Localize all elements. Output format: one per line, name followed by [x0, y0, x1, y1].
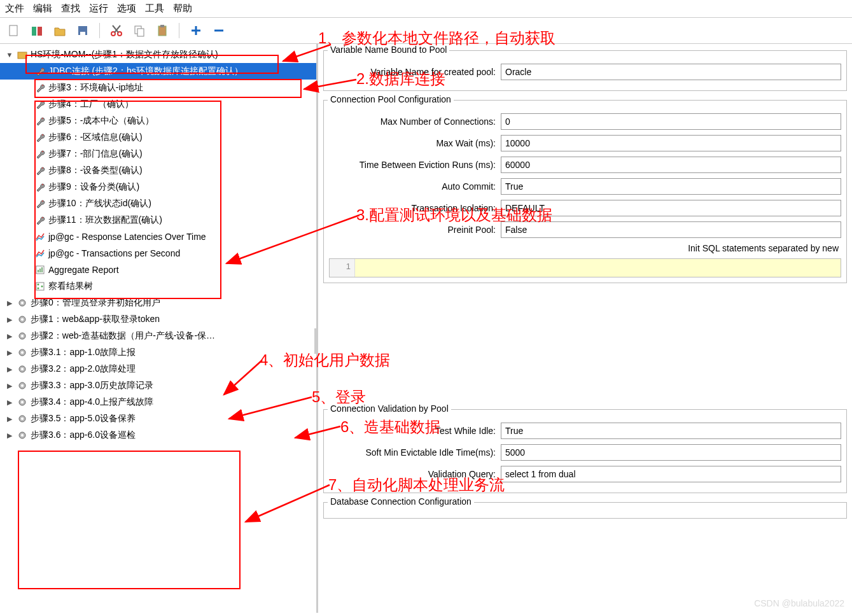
menu-edit[interactable]: 编辑	[33, 3, 52, 15]
plus-icon[interactable]	[187, 22, 205, 39]
tree-item-23[interactable]: ▶步骤3.6：app-6.0设备巡检	[0, 427, 316, 444]
tree-item-5[interactable]: 步骤6：-区域信息(确认)	[0, 129, 316, 146]
tree-icon	[34, 281, 46, 292]
tree-item-20[interactable]: ▶步骤3.3：app-3.0历史故障记录	[0, 377, 316, 394]
save-icon[interactable]	[74, 22, 92, 39]
tree-item-10[interactable]: 步骤11：班次数据配置(确认)	[0, 212, 316, 228]
tree-item-8[interactable]: 步骤9：设备分类(确认)	[0, 179, 316, 195]
tree-item-0[interactable]: ▼HS环境-MOM--(步骤1：数据文件存放路径确认)	[0, 46, 316, 63]
svg-point-37	[21, 351, 24, 354]
tree-item-12[interactable]: jp@gc - Transactions per Second	[0, 245, 316, 262]
tree-item-22[interactable]: ▶步骤3.5：app-5.0设备保养	[0, 410, 316, 427]
tree-item-14[interactable]: 察看结果树	[0, 278, 316, 295]
svg-point-16	[42, 134, 43, 136]
testidle-input[interactable]	[501, 423, 841, 439]
new-icon[interactable]	[5, 22, 23, 39]
expand-arrow-icon[interactable]: ▶	[5, 431, 14, 440]
maxconn-input[interactable]	[501, 113, 841, 130]
tree-item-label: 步骤3.1：app-1.0故障上报	[31, 347, 136, 358]
toolbar	[0, 18, 852, 44]
softmin-input[interactable]	[501, 444, 841, 461]
tree-item-13[interactable]: Aggregate Report	[0, 262, 316, 278]
autocommit-input[interactable]	[501, 178, 841, 195]
tree-item-label: HS环境-MOM--(步骤1：数据文件存放路径确认)	[31, 49, 218, 60]
tree-item-3[interactable]: 步骤4：工厂（确认）	[0, 96, 316, 113]
svg-rect-23	[38, 270, 39, 272]
menu-help[interactable]: 帮助	[173, 3, 192, 15]
tree-item-label: 步骤4：工厂（确认）	[48, 99, 134, 110]
tree-item-7[interactable]: 步骤8：-设备类型(确认)	[0, 162, 316, 179]
gear-icon	[17, 363, 28, 375]
expand-arrow-icon[interactable]: ▶	[5, 415, 14, 423]
tree-item-1[interactable]: JDBC连接 (步骤2：hs环境数据库连接配置确认）	[0, 63, 316, 80]
tree-item-label: 步骤8：-设备类型(确认)	[48, 165, 143, 176]
svg-point-33	[21, 318, 24, 321]
menu-options[interactable]: 选项	[117, 3, 136, 15]
open-icon[interactable]	[51, 22, 69, 39]
initsql-editor[interactable]: 1	[329, 258, 841, 277]
cut-icon[interactable]	[108, 22, 125, 39]
menu-file[interactable]: 文件	[5, 3, 24, 15]
svg-point-17	[42, 151, 43, 152]
gear-icon	[17, 380, 28, 391]
valquery-label: Validation Query:	[329, 469, 501, 479]
maxwait-input[interactable]	[501, 135, 841, 151]
tree-item-label: JDBC连接 (步骤2：hs环境数据库连接配置确认）	[48, 66, 243, 77]
svg-rect-4	[80, 32, 85, 35]
svg-point-20	[42, 200, 43, 202]
tree-item-9[interactable]: 步骤10：产线状态id(确认)	[0, 195, 316, 212]
maxwait-label: Max Wait (ms):	[329, 138, 501, 148]
tree-item-17[interactable]: ▶步骤2：web-造基础数据（用户-产线-设备-保…	[0, 328, 316, 344]
valquery-input[interactable]	[501, 466, 841, 482]
splitter[interactable]	[314, 328, 318, 354]
svg-rect-11	[18, 52, 27, 59]
svg-point-31	[21, 302, 24, 304]
svg-rect-25	[41, 267, 43, 272]
expand-arrow-icon[interactable]: ▶	[5, 299, 14, 307]
tree-item-15[interactable]: ▶步骤0：管理员登录并初始化用户	[0, 295, 316, 311]
tree-item-21[interactable]: ▶步骤3.4：app-4.0上报产线故障	[0, 394, 316, 410]
expand-arrow-icon[interactable]: ▶	[5, 365, 14, 374]
expand-arrow-icon[interactable]: ▶	[5, 316, 14, 324]
tree-item-6[interactable]: 步骤7：-部门信息(确认)	[0, 146, 316, 162]
menu-run[interactable]: 运行	[89, 3, 108, 15]
svg-point-47	[21, 434, 24, 437]
copy-icon[interactable]	[130, 22, 148, 39]
expand-arrow-icon[interactable]: ▼	[5, 51, 14, 59]
tree-item-16[interactable]: ▶步骤1：web&app-获取登录token	[0, 311, 316, 328]
tree-item-2[interactable]: 步骤3：环境确认-ip地址	[0, 80, 316, 96]
tree-item-label: 步骤5：-成本中心（确认）	[48, 115, 154, 127]
tree-item-label: Aggregate Report	[48, 265, 119, 275]
expand-arrow-icon[interactable]: ▶	[5, 349, 14, 357]
menu-tools[interactable]: 工具	[145, 3, 164, 15]
svg-point-21	[42, 217, 43, 218]
expand-arrow-icon[interactable]: ▶	[5, 382, 14, 390]
tree-item-label: 步骤3：环境确认-ip地址	[48, 82, 143, 94]
minus-icon[interactable]	[210, 22, 228, 39]
gear-icon	[17, 347, 28, 358]
paste-icon[interactable]	[153, 22, 171, 39]
tree-item-label: 步骤6：-区域信息(确认)	[48, 132, 143, 143]
templates-icon[interactable]	[28, 22, 46, 39]
varname-input[interactable]	[501, 64, 841, 80]
tree-item-label: 察看结果树	[48, 281, 93, 292]
preinit-input[interactable]	[501, 221, 841, 238]
section4-title: Database Connection Configuration	[328, 496, 474, 507]
folder-icon	[17, 49, 28, 60]
expand-arrow-icon[interactable]: ▶	[5, 398, 14, 407]
evict-input[interactable]	[501, 157, 841, 173]
menu-find[interactable]: 查找	[61, 3, 80, 15]
tree-item-4[interactable]: 步骤5：-成本中心（确认）	[0, 113, 316, 129]
isolation-input[interactable]	[501, 200, 841, 216]
wrench-icon	[34, 99, 46, 110]
svg-point-18	[42, 167, 43, 169]
expand-arrow-icon[interactable]: ▶	[5, 332, 14, 340]
tree-item-19[interactable]: ▶步骤3.2：app-2.0故障处理	[0, 361, 316, 377]
svg-rect-1	[32, 27, 36, 36]
tree-item-label: 步骤7：-部门信息(确认)	[48, 148, 143, 160]
svg-point-41	[21, 384, 24, 387]
report-icon	[34, 264, 46, 276]
tree-item-11[interactable]: jp@gc - Response Latencies Over Time	[0, 228, 316, 245]
tree-item-18[interactable]: ▶步骤3.1：app-1.0故障上报	[0, 344, 316, 361]
svg-point-28	[38, 288, 39, 290]
